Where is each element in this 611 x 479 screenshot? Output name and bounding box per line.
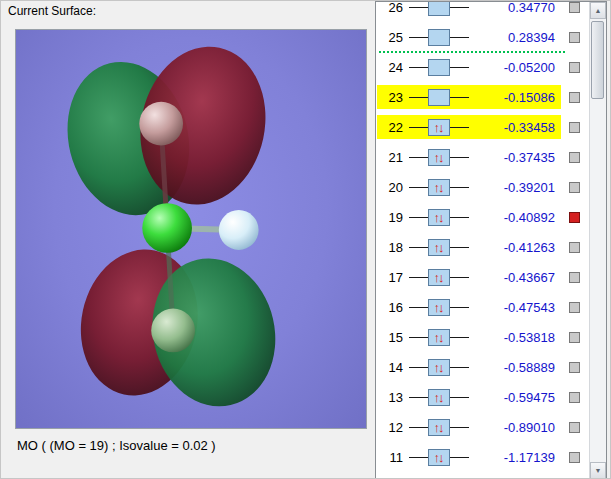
orbital-level-line: ↑ ↓	[407, 327, 471, 347]
orbital-row[interactable]: 19 ↑ ↓ -0.40892	[377, 202, 589, 232]
orbital-row-main: 25 ↑ ↓ 0.28394	[377, 25, 561, 49]
orbital-row[interactable]: 25 ↑ ↓ 0.28394	[377, 22, 589, 52]
orbital-row[interactable]: 22 ↑ ↓ -0.33458	[377, 112, 589, 142]
orbital-level-line: ↑ ↓	[407, 27, 471, 47]
spin-down-arrow-icon: ↓	[438, 301, 443, 314]
orbital-level-line: ↑ ↓	[407, 417, 471, 437]
orbital-checkbox[interactable]	[569, 422, 580, 433]
orbital-checkbox[interactable]	[569, 2, 580, 13]
orbital-row-main: 21 ↑ ↓ -0.37435	[377, 145, 561, 169]
orbital-row-main: 12 ↑ ↓ -0.89010	[377, 415, 561, 439]
orbital-row[interactable]: 11 ↑ ↓ -1.17139	[377, 442, 589, 472]
orbital-checkbox[interactable]	[569, 212, 580, 223]
orbital-level-line: ↑ ↓	[407, 57, 471, 77]
orbital-occupancy-box[interactable]: ↑ ↓	[428, 329, 450, 346]
orbital-occupancy-box[interactable]: ↑ ↓	[428, 149, 450, 166]
orbital-row-main: 19 ↑ ↓ -0.40892	[377, 205, 561, 229]
orbital-checkbox[interactable]	[569, 272, 580, 283]
orbital-row[interactable]: 14 ↑ ↓ -0.58889	[377, 352, 589, 382]
orbital-level-line: ↑ ↓	[407, 147, 471, 167]
orbital-number: 25	[377, 30, 407, 45]
orbital-energy: 0.28394	[471, 30, 555, 45]
mo-surface-window: Current Surface:	[0, 0, 611, 479]
orbital-row[interactable]: 24 ↑ ↓ -0.05200	[377, 52, 589, 82]
orbital-row-main: 17 ↑ ↓ -0.43667	[377, 265, 561, 289]
spin-arrows: ↑ ↓	[434, 391, 445, 404]
orbital-checkbox[interactable]	[569, 392, 580, 403]
orbital-number: 15	[377, 330, 407, 345]
orbital-energy: -0.37435	[471, 150, 555, 165]
orbital-occupancy-box[interactable]: ↑ ↓	[428, 89, 450, 106]
orbital-occupancy-box[interactable]: ↑ ↓	[428, 449, 450, 466]
spin-down-arrow-icon: ↓	[438, 331, 443, 344]
orbital-row[interactable]: 21 ↑ ↓ -0.37435	[377, 142, 589, 172]
orbital-checkbox[interactable]	[569, 302, 580, 313]
orbital-occupancy-box[interactable]: ↑ ↓	[428, 179, 450, 196]
orbital-occupancy-box[interactable]: ↑ ↓	[428, 119, 450, 136]
orbital-row[interactable]: 12 ↑ ↓ -0.89010	[377, 412, 589, 442]
current-surface-label: Current Surface:	[8, 4, 96, 18]
spin-arrows: ↑ ↓	[434, 301, 445, 314]
orbital-checkbox[interactable]	[569, 62, 580, 73]
orbital-energy: -0.33458	[471, 120, 555, 135]
orbital-row[interactable]: 18 ↑ ↓ -0.41263	[377, 232, 589, 262]
orbital-row[interactable]: 15 ↑ ↓ -0.53818	[377, 322, 589, 352]
orbital-occupancy-box[interactable]: ↑ ↓	[428, 419, 450, 436]
orbital-checkbox[interactable]	[569, 92, 580, 103]
orbital-row[interactable]: 26 ↑ ↓ 0.34770	[377, 1, 589, 22]
orbital-row-main: 11 ↑ ↓ -1.17139	[377, 445, 561, 469]
orbital-level-line: ↑ ↓	[407, 207, 471, 227]
orbital-checkbox[interactable]	[569, 152, 580, 163]
orbital-number: 24	[377, 60, 407, 75]
orbital-energy: -0.43667	[471, 270, 555, 285]
spin-arrows: ↑ ↓	[434, 331, 445, 344]
orbital-occupancy-box[interactable]: ↑ ↓	[428, 359, 450, 376]
orbital-occupancy-box[interactable]: ↑ ↓	[428, 239, 450, 256]
orbital-row[interactable]: 13 ↑ ↓ -0.59475	[377, 382, 589, 412]
orbital-number: 20	[377, 180, 407, 195]
scrollbar-thumb[interactable]	[591, 21, 604, 99]
atom-right-hydrogen	[219, 210, 259, 250]
orbital-occupancy-box[interactable]: ↑ ↓	[428, 299, 450, 316]
vertical-scrollbar[interactable]: ▲ ▼	[589, 2, 606, 479]
orbital-checkbox[interactable]	[569, 122, 580, 133]
orbital-level-line: ↑ ↓	[407, 297, 471, 317]
orbital-level-line: ↑ ↓	[407, 267, 471, 287]
orbital-level-line: ↑ ↓	[407, 177, 471, 197]
spin-arrows: ↑ ↓	[434, 181, 445, 194]
orbital-row[interactable]: 23 ↑ ↓ -0.15086	[377, 82, 589, 112]
orbital-number: 13	[377, 390, 407, 405]
scrollbar-track[interactable]	[590, 19, 606, 462]
orbital-occupancy-box[interactable]: ↑ ↓	[428, 269, 450, 286]
orbital-checkbox[interactable]	[569, 452, 580, 463]
orbital-number: 18	[377, 240, 407, 255]
orbital-occupancy-box[interactable]: ↑ ↓	[428, 29, 450, 46]
molecule-viewer[interactable]	[15, 29, 367, 429]
orbital-level-line: ↑ ↓	[407, 117, 471, 137]
orbital-energy: -0.47543	[471, 300, 555, 315]
orbital-occupancy-box[interactable]: ↑ ↓	[428, 389, 450, 406]
orbital-number: 22	[377, 120, 407, 135]
mo-list-panel: 26 ↑ ↓ 0.34770 25 ↑ ↓	[375, 1, 607, 479]
orbital-occupancy-box[interactable]: ↑ ↓	[428, 59, 450, 76]
orbital-row[interactable]: 16 ↑ ↓ -0.47543	[377, 292, 589, 322]
orbital-checkbox[interactable]	[569, 182, 580, 193]
orbital-row[interactable]: 17 ↑ ↓ -0.43667	[377, 262, 589, 292]
orbital-occupancy-box[interactable]: ↑ ↓	[428, 209, 450, 226]
orbital-level-line: ↑ ↓	[407, 1, 471, 17]
scrollbar-down-button[interactable]: ▼	[590, 462, 606, 479]
orbital-checkbox[interactable]	[569, 362, 580, 373]
orbital-checkbox[interactable]	[569, 32, 580, 43]
spin-arrows: ↑ ↓	[434, 361, 445, 374]
orbital-number: 21	[377, 150, 407, 165]
scrollbar-up-button[interactable]: ▲	[590, 2, 606, 19]
orbital-energy: -0.89010	[471, 420, 555, 435]
orbital-checkbox[interactable]	[569, 332, 580, 343]
orbital-checkbox[interactable]	[569, 242, 580, 253]
spin-down-arrow-icon: ↓	[438, 391, 443, 404]
orbital-row-main: 22 ↑ ↓ -0.33458	[377, 115, 561, 139]
orbital-number: 14	[377, 360, 407, 375]
orbital-row[interactable]: 20 ↑ ↓ -0.39201	[377, 172, 589, 202]
orbital-energy: -0.41263	[471, 240, 555, 255]
orbital-occupancy-box[interactable]: ↑ ↓	[428, 1, 450, 16]
